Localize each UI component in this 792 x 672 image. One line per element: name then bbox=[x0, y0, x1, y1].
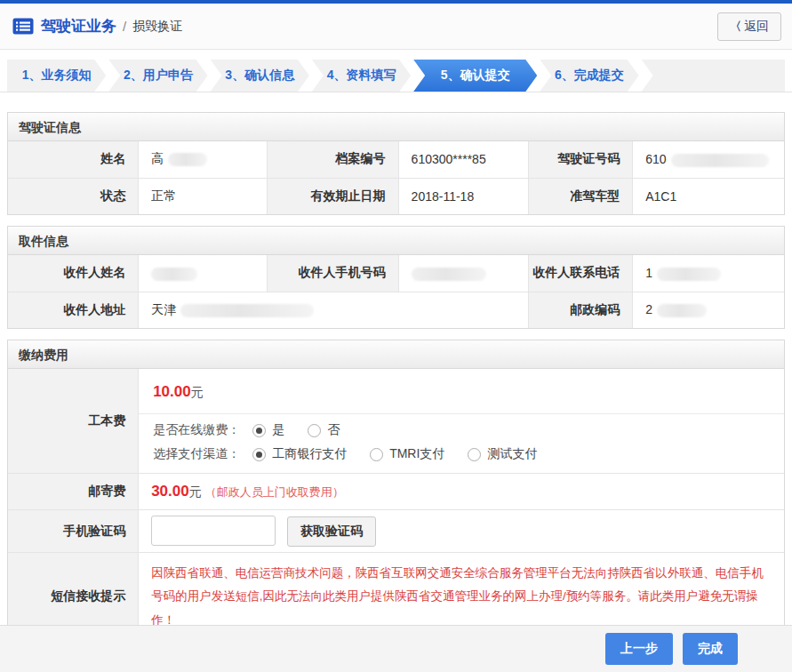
redacted-smudge bbox=[151, 268, 197, 281]
section-title-fees: 缴纳费用 bbox=[8, 340, 784, 369]
field-label-mailing-fee: 邮寄费 bbox=[8, 474, 139, 510]
field-value-recipient-phone: 1 bbox=[633, 255, 784, 292]
section-license-info: 驾驶证信息 姓名 高 档案编号 610300****85 驾驶证号码 610 状… bbox=[7, 112, 785, 215]
field-value-license-number: 610 bbox=[633, 141, 784, 178]
payment-channel-choice: 选择支付渠道： 工商银行支付 TMRI支付 测试支付 bbox=[139, 438, 784, 473]
section-fees: 缴纳费用 工本费 10.00元 是否在线缴费： 是 bbox=[7, 340, 785, 642]
page-header: 驾驶证业务 / 损毁换证 〈 返回 bbox=[0, 4, 792, 50]
step-1-business-notice: 1、业务须知 bbox=[7, 60, 106, 92]
redacted-smudge bbox=[671, 154, 769, 167]
field-value-name: 高 bbox=[139, 141, 268, 178]
step-4-fill-materials: 4、资料填写 bbox=[312, 60, 411, 92]
step-5-confirm-submit-active: 5、确认提交 bbox=[413, 60, 537, 92]
radio-channel-test[interactable]: 测试支付 bbox=[468, 446, 537, 462]
sms-code-input[interactable] bbox=[151, 516, 276, 546]
table-row: 姓名 高 档案编号 610300****85 驾驶证号码 610 bbox=[8, 141, 784, 178]
field-value-expiry-date: 2018-11-18 bbox=[398, 178, 529, 214]
radio-online-no[interactable]: 否 bbox=[308, 422, 340, 438]
field-value-recipient-address: 天津 bbox=[139, 292, 529, 328]
list-icon bbox=[12, 18, 34, 35]
field-label-recipient-mobile: 收件人手机号码 bbox=[268, 255, 399, 292]
field-value-status: 正常 bbox=[139, 178, 268, 214]
radio-checked-icon bbox=[252, 424, 266, 437]
mailing-fee-note: （邮政人员上门收取费用） bbox=[205, 485, 344, 499]
radio-unchecked-icon bbox=[468, 448, 481, 461]
field-value-file-number: 610300****85 bbox=[398, 141, 529, 178]
field-label-recipient-address: 收件人地址 bbox=[8, 292, 139, 328]
table-row: 收件人地址 天津 邮政编码 2 bbox=[8, 292, 784, 328]
field-label-sms-code: 手机验证码 bbox=[8, 510, 139, 553]
redacted-smudge bbox=[412, 268, 486, 281]
chevron-left-icon: 〈 bbox=[730, 19, 741, 35]
field-label-file-number: 档案编号 bbox=[268, 141, 399, 178]
payment-channel-question: 选择支付渠道： bbox=[153, 446, 240, 462]
back-button-label: 返回 bbox=[744, 19, 769, 35]
radio-channel-icbc[interactable]: 工商银行支付 bbox=[252, 446, 347, 462]
step-wizard: 1、业务须知 2、用户申告 3、确认信息 4、资料填写 5、确认提交 6、完成提… bbox=[0, 60, 792, 92]
field-label-recipient-phone: 收件人联系电话 bbox=[529, 255, 633, 292]
radio-channel-tmri[interactable]: TMRI支付 bbox=[370, 446, 444, 462]
field-label-production-fee: 工本费 bbox=[8, 369, 139, 474]
field-label-recipient-name: 收件人姓名 bbox=[8, 255, 139, 292]
radio-checked-icon bbox=[252, 448, 266, 461]
step-6-complete-submit: 6、完成提交 bbox=[540, 60, 638, 92]
redacted-smudge bbox=[657, 304, 707, 317]
field-value-recipient-name bbox=[139, 255, 268, 292]
field-value-postal-code: 2 bbox=[633, 292, 784, 328]
previous-step-button[interactable]: 上一步 bbox=[605, 633, 673, 665]
field-value-mailing-fee: 30.00元（邮政人员上门收取费用） bbox=[139, 474, 784, 510]
radio-unchecked-icon bbox=[308, 424, 321, 437]
field-value-recipient-mobile bbox=[398, 255, 529, 292]
breadcrumb: 驾驶证业务 / 损毁换证 bbox=[12, 16, 182, 36]
table-row: 收件人姓名 收件人手机号码 收件人联系电话 1 bbox=[8, 255, 784, 292]
online-payment-choice: 是否在线缴费： 是 否 bbox=[139, 414, 784, 438]
back-button[interactable]: 〈 返回 bbox=[717, 12, 781, 41]
breadcrumb-separator: / bbox=[123, 19, 126, 34]
field-label-license-number: 驾驶证号码 bbox=[529, 141, 633, 178]
step-2-user-declaration: 2、用户申告 bbox=[108, 60, 207, 92]
table-row-production-fee: 工本费 10.00元 是否在线缴费： 是 否 bbox=[8, 369, 784, 474]
section-pickup-info: 取件信息 收件人姓名 收件人手机号码 收件人联系电话 1 收件人地址 天津 邮政… bbox=[7, 226, 785, 329]
field-label-status: 状态 bbox=[8, 178, 139, 214]
radio-online-yes[interactable]: 是 bbox=[252, 422, 284, 438]
section-title-license: 驾驶证信息 bbox=[8, 113, 784, 141]
production-fee-amount: 10.00元 bbox=[139, 369, 784, 414]
section-title-pickup: 取件信息 bbox=[8, 227, 784, 255]
radio-unchecked-icon bbox=[370, 448, 383, 461]
table-row: 状态 正常 有效期止日期 2018-11-18 准驾车型 A1C1 bbox=[8, 178, 784, 214]
page-title: 驾驶证业务 bbox=[41, 16, 116, 36]
redacted-smudge bbox=[180, 304, 314, 317]
field-value-sms-code: 获取验证码 bbox=[139, 510, 784, 553]
footer-action-bar: 上一步 完成 bbox=[0, 625, 792, 672]
step-filler bbox=[642, 60, 785, 92]
field-label-vehicle-class: 准驾车型 bbox=[529, 178, 633, 214]
step-3-confirm-info: 3、确认信息 bbox=[211, 60, 309, 92]
table-row-sms-code: 手机验证码 获取验证码 bbox=[8, 510, 784, 553]
field-label-name: 姓名 bbox=[8, 141, 139, 178]
field-label-expiry-date: 有效期止日期 bbox=[268, 178, 399, 214]
redacted-smudge bbox=[168, 153, 207, 166]
field-label-postal-code: 邮政编码 bbox=[529, 292, 633, 328]
field-value-vehicle-class: A1C1 bbox=[633, 178, 784, 214]
get-sms-code-button[interactable]: 获取验证码 bbox=[287, 516, 376, 547]
redacted-smudge bbox=[657, 268, 721, 281]
field-value-production-fee: 10.00元 是否在线缴费： 是 否 选择支 bbox=[139, 369, 784, 474]
table-row-mailing-fee: 邮寄费 30.00元（邮政人员上门收取费用） bbox=[8, 474, 784, 510]
finish-button[interactable]: 完成 bbox=[683, 633, 738, 665]
page-subtitle: 损毁换证 bbox=[132, 19, 182, 35]
online-payment-question: 是否在线缴费： bbox=[153, 422, 240, 438]
